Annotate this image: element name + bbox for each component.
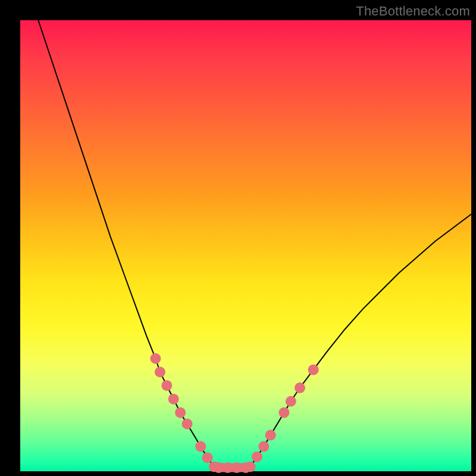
chart-marker — [168, 394, 179, 405]
chart-svg — [20, 20, 471, 471]
chart-marker — [155, 367, 165, 377]
chart-marker — [308, 364, 319, 375]
chart-marker — [240, 462, 251, 473]
chart-marker — [181, 418, 192, 429]
chart-marker — [258, 441, 269, 452]
chart-marker — [265, 430, 276, 440]
chart-line-left-curve — [38, 20, 214, 466]
chart-marker — [150, 353, 161, 364]
chart-marker — [161, 380, 172, 391]
chart-line-right-curve — [250, 214, 471, 466]
chart-marker — [286, 396, 296, 407]
chart-marker — [252, 452, 262, 462]
chart-marker — [195, 441, 206, 452]
chart-marker — [295, 383, 305, 393]
chart-marker — [202, 452, 213, 463]
watermark-text: TheBottleneck.com — [356, 4, 470, 19]
chart-frame: TheBottleneck.com — [0, 0, 476, 476]
chart-marker — [175, 407, 186, 418]
chart-marker — [278, 407, 289, 418]
